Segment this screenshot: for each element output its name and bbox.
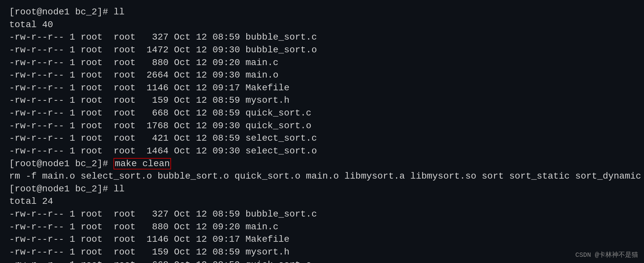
line-8: -rw-r--r-- 1 root root 159 Oct 12 08:59 … xyxy=(9,94,635,107)
prompt-1: [root@node1 bc_2]# ll xyxy=(9,7,125,17)
watermark: CSDN @卡林神不是猫 xyxy=(575,250,638,259)
prompt-2: [root@node1 bc_2]# xyxy=(9,159,113,169)
line-9: -rw-r--r-- 1 root root 668 Oct 12 08:59 … xyxy=(9,107,635,120)
line-18: -rw-r--r-- 1 root root 880 Oct 12 09:20 … xyxy=(9,221,635,234)
line-2: total 40 xyxy=(9,19,635,31)
make-clean-command: make clean xyxy=(113,158,171,169)
line-1: [root@node1 bc_2]# ll xyxy=(9,6,635,19)
line-12: -rw-r--r-- 1 root root 1464 Oct 12 09:30… xyxy=(9,145,635,158)
line-14: rm -f main.o select_sort.o bubble_sort.o… xyxy=(9,170,635,183)
line-19: -rw-r--r-- 1 root root 1146 Oct 12 09:17… xyxy=(9,233,635,246)
line-20: -rw-r--r-- 1 root root 159 Oct 12 08:59 … xyxy=(9,246,635,259)
line-16: total 24 xyxy=(9,195,635,208)
line-6: -rw-r--r-- 1 root root 2664 Oct 12 09:30… xyxy=(9,69,635,82)
line-3: -rw-r--r-- 1 root root 327 Oct 12 08:59 … xyxy=(9,31,635,44)
line-21: -rw-r--r-- 1 root root 668 Oct 12 08:59 … xyxy=(9,259,635,263)
line-13: [root@node1 bc_2]# make clean xyxy=(9,158,635,170)
prompt-3: [root@node1 bc_2]# ll xyxy=(9,184,125,194)
line-11: -rw-r--r-- 1 root root 421 Oct 12 08:59 … xyxy=(9,132,635,145)
line-4: -rw-r--r-- 1 root root 1472 Oct 12 09:30… xyxy=(9,44,635,57)
line-7: -rw-r--r-- 1 root root 1146 Oct 12 09:17… xyxy=(9,82,635,95)
line-17: -rw-r--r-- 1 root root 327 Oct 12 08:59 … xyxy=(9,208,635,221)
line-10: -rw-r--r-- 1 root root 1768 Oct 12 09:30… xyxy=(9,120,635,132)
terminal: [root@node1 bc_2]# ll total 40 -rw-r--r-… xyxy=(5,3,639,260)
line-5: -rw-r--r-- 1 root root 880 Oct 12 09:20 … xyxy=(9,57,635,69)
line-15: [root@node1 bc_2]# ll xyxy=(9,183,635,196)
